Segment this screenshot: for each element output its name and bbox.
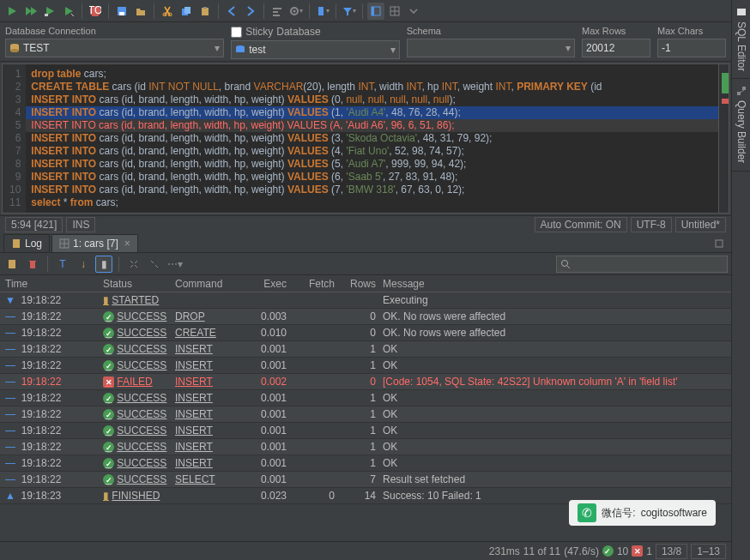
elapsed: 231ms [489,545,520,557]
svg-rect-15 [203,7,207,9]
log-row[interactable]: — 19:18:22 SUCCESSSELECT0.0017Result set… [0,472,731,488]
search-icon [560,259,571,269]
log-row[interactable]: — 19:18:22 SUCCESSINSERT0.0011OK [0,423,731,439]
svg-rect-21 [318,7,324,15]
log-toolbar: T ↓ ▮ ⋯▾ [0,253,731,275]
log-row[interactable]: — 19:18:22 SUCCESSINSERT0.0011OK [0,455,731,472]
filter-blue-icon[interactable]: T [54,256,71,273]
insert-mode: INS [66,217,95,232]
table-icon[interactable] [386,3,403,20]
watermark: ✆ 微信号: cogitosoftware [569,500,716,526]
query-builder-tab[interactable]: Query Builder [732,79,750,171]
svg-point-30 [10,49,19,52]
panel-icon[interactable] [367,3,384,20]
svg-rect-16 [273,8,281,9]
log-header: Time Status Command Exec Fetch Rows Mess… [0,275,731,292]
connection-bar: Database Connection TEST ▾ Sticky Databa… [0,22,731,62]
svg-point-20 [293,9,296,12]
log-row[interactable]: — 19:18:22 SUCCESSINSERT0.0011OK [0,439,731,455]
collapse-icon[interactable] [146,256,163,273]
sql-editor[interactable]: 1234567891011 drop table cars;CREATE TAB… [2,63,729,214]
cut-icon[interactable] [159,3,176,20]
collapse-icon[interactable] [405,3,422,20]
svg-rect-14 [202,8,209,15]
filter-orange-icon[interactable]: ↓ [75,256,92,273]
ok-icon [602,545,614,557]
more-icon[interactable]: ⋯▾ [166,256,184,273]
conn-dropdown[interactable]: TEST ▾ [5,39,224,57]
err-icon [632,545,643,557]
maximize-icon[interactable] [711,235,728,252]
next-icon[interactable] [242,3,259,20]
right-sidebar: SQL Editor Query Builder [731,0,750,560]
encoding[interactable]: UTF-8 [631,217,672,232]
maxchars-input[interactable] [657,39,726,57]
open-icon[interactable] [132,3,149,20]
settings-icon[interactable]: ▾ [287,3,305,20]
schema-label: Schema [407,26,575,36]
schema-dropdown[interactable]: ▾ [407,39,575,57]
sql-editor-tab[interactable]: SQL Editor [732,0,750,79]
minimap-ok-mark [722,73,729,93]
svg-rect-37 [716,240,723,247]
tab-result[interactable]: 1: cars [7] × [51,234,138,252]
run-new-icon[interactable] [22,3,39,20]
run-script-icon[interactable] [41,3,58,20]
svg-marker-0 [9,7,16,15]
expand-icon[interactable] [125,256,142,273]
log-row[interactable]: — 19:18:22 FAILEDINSERT0.0020[Code: 1054… [0,374,731,390]
filter-icon[interactable]: ▾ [341,3,358,20]
close-icon[interactable]: × [124,238,130,250]
db-icon [235,45,245,55]
log-row[interactable]: — 19:18:22 SUCCESSINSERT0.0011OK [0,341,731,358]
sticky-checkbox[interactable] [231,27,242,38]
cursor-pos: 5:94 [421] [5,217,63,232]
main-toolbar: STOP ▾ ▾ ▾ [0,0,731,22]
svg-rect-39 [30,262,35,268]
maxchars-label: Max Chars [657,26,726,36]
chevron-down-icon: ▾ [566,42,571,54]
builder-icon [736,86,747,96]
prev-icon[interactable] [223,3,240,20]
chevron-down-icon: ▾ [215,42,220,54]
svg-marker-2 [31,7,37,15]
code-area[interactable]: drop table cars;CREATE TABLE cars (id IN… [26,64,718,213]
autocommit[interactable]: Auto Commit: ON [535,217,627,232]
grid-icon [59,238,70,249]
maxrows-input[interactable] [582,39,650,57]
tab-log[interactable]: Log [3,234,50,252]
svg-rect-17 [273,11,278,13]
trash-icon[interactable] [24,256,41,273]
paste-icon[interactable] [197,3,214,20]
log-row[interactable]: — 19:18:22 SUCCESSINSERT0.0011OK [0,358,731,374]
svg-rect-18 [273,15,280,16]
copy-icon[interactable] [178,3,195,20]
run-icon[interactable] [3,3,21,20]
log-row[interactable]: — 19:18:22 SUCCESSDROP0.0030OK. No rows … [0,309,731,325]
log-row[interactable]: — 19:18:22 SUCCESSINSERT0.0011OK [0,406,731,423]
svg-line-42 [567,266,570,268]
log-row[interactable]: — 19:18:22 SUCCESSINSERT0.0011OK [0,390,731,406]
gutter: 1234567891011 [3,64,26,213]
svg-rect-38 [9,260,15,268]
run-arrow-icon[interactable] [60,3,77,20]
svg-point-41 [562,260,568,266]
editor-status: 5:94 [421] INS Auto Commit: ON UTF-8 Unt… [0,215,731,232]
conn-label: Database Connection [5,26,224,36]
filter-active-icon[interactable]: ▮ [95,256,112,273]
rate: (47.6/s) [564,545,599,557]
db-label: Sticky Database [231,26,399,38]
save-icon[interactable] [113,3,130,20]
log-row[interactable]: ▼ 19:18:22▮ STARTEDExecuting [0,292,731,309]
copy-icon[interactable] [3,256,21,273]
minimap[interactable] [718,64,729,213]
log-icon [11,238,21,249]
svg-marker-22 [343,8,352,15]
log-row[interactable]: — 19:18:22 SUCCESSCREATE0.0100OK. No row… [0,325,731,341]
stop-icon[interactable]: STOP [87,3,104,20]
db-value: test [249,44,265,56]
db-dropdown[interactable]: test ▾ [231,40,399,59]
bookmark-icon[interactable]: ▾ [314,3,331,20]
search-input[interactable] [556,256,728,273]
format-icon[interactable] [269,3,286,20]
